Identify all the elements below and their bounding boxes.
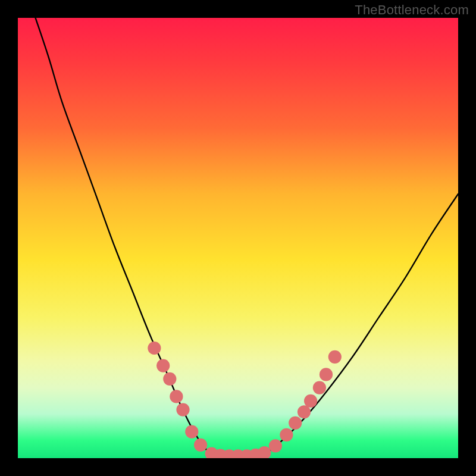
- bottleneck-curve: [36, 18, 458, 456]
- data-dot: [148, 342, 161, 355]
- data-dot: [170, 390, 183, 403]
- plot-area: [18, 18, 458, 458]
- data-dot: [156, 359, 170, 372]
- data-dot: [280, 428, 293, 441]
- data-dot: [269, 439, 282, 452]
- data-dot: [289, 416, 302, 430]
- data-dot: [304, 394, 317, 408]
- chart-frame: TheBottleneck.com: [0, 0, 476, 476]
- data-dot: [176, 403, 189, 416]
- data-dot: [185, 425, 198, 439]
- chart-svg: [18, 18, 458, 458]
- data-dot: [258, 446, 271, 458]
- data-dot: [328, 350, 342, 364]
- data-dot: [313, 381, 326, 394]
- data-dot: [298, 405, 311, 418]
- attribution-text: TheBottleneck.com: [355, 2, 469, 18]
- data-dot: [194, 439, 207, 452]
- data-dot: [320, 368, 333, 381]
- data-dot: [163, 372, 176, 386]
